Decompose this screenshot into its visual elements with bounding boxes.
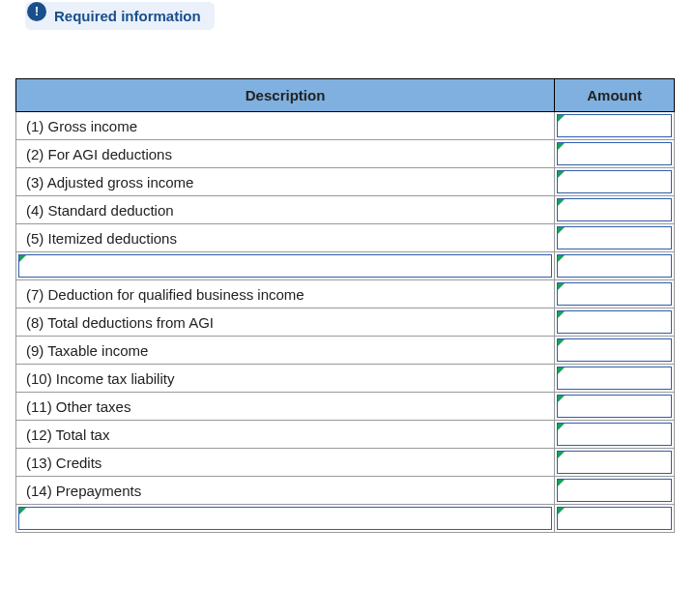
amount-input[interactable] <box>557 114 672 137</box>
description-cell: (1) Gross income <box>16 112 555 140</box>
edit-flag-icon <box>558 480 565 486</box>
edit-flag-icon <box>558 339 565 346</box>
table-row <box>16 252 675 280</box>
amount-input-cell[interactable] <box>555 337 675 365</box>
amount-input-cell[interactable] <box>555 196 675 224</box>
description-input-cell[interactable] <box>16 505 555 533</box>
amount-input[interactable] <box>557 479 672 502</box>
required-information-pill[interactable]: ! Required information <box>25 2 215 30</box>
table-row: (14) Prepayments <box>16 477 675 505</box>
description-text: (8) Total deductions from AGI <box>16 310 554 335</box>
description-input[interactable] <box>18 507 552 530</box>
amount-input-cell[interactable] <box>555 280 675 308</box>
amount-input[interactable] <box>557 451 672 474</box>
description-text: (14) Prepayments <box>16 479 554 503</box>
amount-input-cell[interactable] <box>555 112 675 140</box>
amount-input[interactable] <box>557 254 672 278</box>
description-text: (13) Credits <box>16 451 554 475</box>
description-cell: (3) Adjusted gross income <box>16 168 555 196</box>
amount-input[interactable] <box>557 338 672 362</box>
table-row: (3) Adjusted gross income <box>16 168 675 196</box>
description-text: (11) Other taxes <box>16 395 554 419</box>
table-row <box>16 505 675 533</box>
description-text: (1) Gross income <box>16 114 554 138</box>
table-row: (1) Gross income <box>16 112 675 140</box>
table-row: (9) Taxable income <box>16 337 675 365</box>
amount-input-cell[interactable] <box>555 393 675 421</box>
edit-flag-icon <box>558 283 565 290</box>
description-cell: (2) For AGI deductions <box>16 140 555 168</box>
amount-input-cell[interactable] <box>555 365 675 393</box>
amount-input-cell[interactable] <box>555 477 675 505</box>
amount-input-cell[interactable] <box>555 224 675 252</box>
edit-flag-icon <box>558 424 565 430</box>
tax-worksheet-table: Description Amount (1) Gross income(2) F… <box>15 78 675 533</box>
description-text: (4) Standard deduction <box>16 198 554 222</box>
edit-flag-icon <box>558 143 565 150</box>
description-text: (9) Taxable income <box>16 338 554 363</box>
amount-input[interactable] <box>557 226 672 249</box>
description-text: (5) Itemized deductions <box>16 226 554 250</box>
edit-flag-icon <box>558 452 565 458</box>
description-text: (7) Deduction for qualified business inc… <box>16 282 554 307</box>
amount-input-cell[interactable] <box>555 168 675 196</box>
description-cell: (7) Deduction for qualified business inc… <box>16 280 555 308</box>
table-row: (12) Total tax <box>16 421 675 449</box>
description-cell: (4) Standard deduction <box>16 196 555 224</box>
amount-input-cell[interactable] <box>555 252 675 280</box>
info-icon: ! <box>27 2 46 21</box>
description-cell: (11) Other taxes <box>16 393 555 421</box>
table-row: (11) Other taxes <box>16 393 675 421</box>
edit-flag-icon <box>558 311 565 318</box>
edit-flag-icon <box>558 367 565 374</box>
amount-input[interactable] <box>557 142 672 165</box>
table-row: (10) Income tax liability <box>16 365 675 393</box>
required-information-label: Required information <box>54 8 201 24</box>
description-input[interactable] <box>18 254 552 278</box>
description-cell: (8) Total deductions from AGI <box>16 308 555 337</box>
amount-input-cell[interactable] <box>555 449 675 477</box>
description-cell: (10) Income tax liability <box>16 365 555 393</box>
amount-input[interactable] <box>557 507 672 530</box>
amount-input-cell[interactable] <box>555 140 675 168</box>
amount-input-cell[interactable] <box>555 505 675 533</box>
amount-input[interactable] <box>557 170 672 193</box>
edit-flag-icon <box>558 171 565 178</box>
description-cell: (13) Credits <box>16 449 555 477</box>
amount-input[interactable] <box>557 198 672 221</box>
description-cell: (12) Total tax <box>16 421 555 449</box>
description-text: (2) For AGI deductions <box>16 142 554 166</box>
description-text: (12) Total tax <box>16 423 554 447</box>
table-row: (7) Deduction for qualified business inc… <box>16 280 675 308</box>
description-cell: (14) Prepayments <box>16 477 555 505</box>
edit-flag-icon <box>558 255 565 262</box>
amount-input[interactable] <box>557 423 672 446</box>
header-amount: Amount <box>555 79 675 112</box>
table-row: (13) Credits <box>16 449 675 477</box>
description-cell: (9) Taxable income <box>16 337 555 365</box>
header-description: Description <box>16 79 555 112</box>
table-row: (2) For AGI deductions <box>16 140 675 168</box>
amount-input-cell[interactable] <box>555 421 675 449</box>
amount-input[interactable] <box>557 282 672 306</box>
edit-flag-icon <box>19 508 26 514</box>
amount-input-cell[interactable] <box>555 308 675 337</box>
edit-flag-icon <box>558 115 565 122</box>
description-input-cell[interactable] <box>16 252 555 280</box>
description-text: (10) Income tax liability <box>16 367 554 391</box>
table-row: (8) Total deductions from AGI <box>16 308 675 337</box>
amount-input[interactable] <box>557 310 672 334</box>
edit-flag-icon <box>558 396 565 402</box>
amount-input[interactable] <box>557 367 672 390</box>
edit-flag-icon <box>19 255 26 262</box>
table-row: (5) Itemized deductions <box>16 224 675 252</box>
description-text: (3) Adjusted gross income <box>16 170 554 194</box>
table-row: (4) Standard deduction <box>16 196 675 224</box>
edit-flag-icon <box>558 227 565 234</box>
edit-flag-icon <box>558 508 565 514</box>
edit-flag-icon <box>558 199 565 206</box>
amount-input[interactable] <box>557 395 672 418</box>
description-cell: (5) Itemized deductions <box>16 224 555 252</box>
